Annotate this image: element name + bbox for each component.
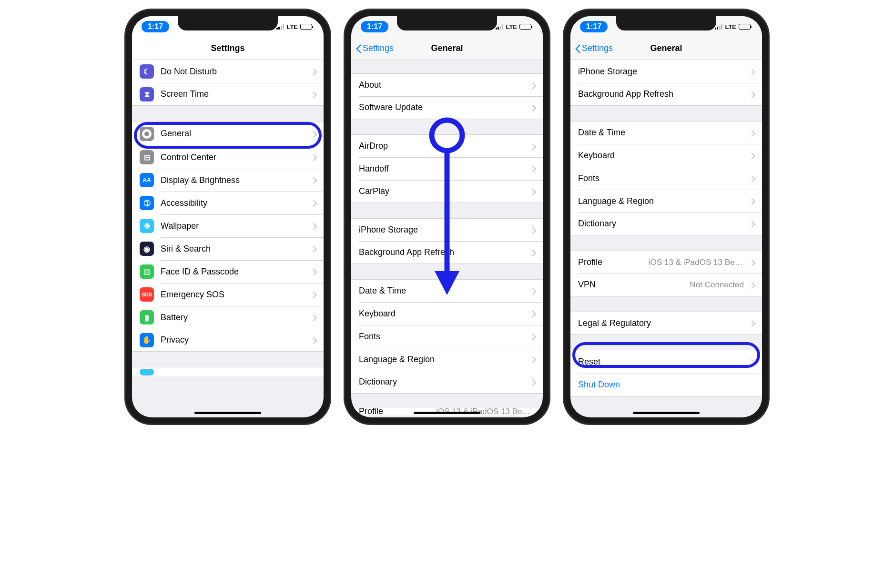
time-pill: 1:17 — [142, 21, 169, 32]
chevron-right-icon — [751, 221, 754, 227]
chevron-right-icon — [751, 152, 754, 159]
home-indicator[interactable] — [414, 412, 480, 414]
row-fonts[interactable]: Fonts — [351, 325, 543, 348]
row-profile[interactable]: ProfileiOS 13 & iPadOS 13 Beta Softwar..… — [570, 251, 762, 274]
sos-icon: SOS — [140, 287, 154, 302]
notch — [178, 16, 278, 30]
row-date-time[interactable]: Date & Time — [570, 121, 762, 144]
row-battery[interactable]: ▮ Battery — [132, 306, 324, 329]
row-privacy[interactable]: ✋ Privacy — [132, 329, 324, 352]
time-pill: 1:17 — [580, 21, 608, 32]
row-language-region[interactable]: Language & Region — [351, 348, 543, 371]
gear-icon — [140, 127, 154, 141]
battery-icon: ▮ — [140, 310, 154, 324]
battery-icon — [739, 24, 751, 30]
back-button[interactable]: Settings — [356, 43, 394, 53]
row-shut-down[interactable]: Shut Down — [570, 374, 762, 396]
chevron-right-icon — [531, 143, 535, 150]
chevron-right-icon — [312, 245, 316, 252]
chevron-right-icon — [531, 227, 535, 233]
chevron-right-icon — [312, 337, 316, 344]
row-control-center[interactable]: ⊟ Control Center — [132, 146, 324, 169]
notch — [397, 16, 497, 30]
carrier-label: LTE — [506, 23, 517, 30]
chevron-right-icon — [531, 104, 535, 111]
row-keyboard[interactable]: Keyboard — [351, 302, 543, 325]
row-profile-peek[interactable]: Profile iOS 13 & iPadOS 13 Beta Softwar.… — [351, 407, 543, 416]
chevron-right-icon — [531, 379, 535, 385]
chevron-right-icon — [531, 165, 535, 172]
row-partial[interactable] — [132, 367, 324, 376]
row-date-time[interactable]: Date & Time — [351, 279, 543, 302]
chevron-right-icon — [312, 68, 316, 75]
chevron-right-icon — [312, 268, 316, 275]
moon-icon: ☾ — [140, 64, 154, 79]
row-general[interactable]: General — [132, 121, 324, 146]
chevron-right-icon — [312, 177, 316, 183]
chevron-right-icon — [751, 282, 754, 288]
chevron-right-icon — [751, 68, 754, 75]
settings-list[interactable]: ☾ Do Not Disturb ⧗ Screen Time General — [132, 60, 324, 417]
general-list-scrolled[interactable]: iPhone Storage Background App Refresh Da… — [570, 60, 762, 417]
row-emergency-sos[interactable]: SOS Emergency SOS — [132, 283, 324, 306]
row-display-brightness[interactable]: AA Display & Brightness — [132, 169, 324, 192]
chevron-right-icon — [312, 131, 316, 137]
row-iphone-storage[interactable]: iPhone Storage — [570, 60, 762, 83]
row-software-update[interactable]: Software Update — [351, 96, 543, 119]
flower-icon: ❋ — [140, 219, 154, 233]
back-button[interactable]: Settings — [575, 43, 613, 53]
chevron-right-icon — [751, 259, 754, 266]
cell-signal-icon — [715, 24, 723, 30]
home-indicator[interactable] — [194, 412, 261, 414]
row-fonts[interactable]: Fonts — [570, 167, 762, 190]
row-wallpaper[interactable]: ❋ Wallpaper — [132, 214, 324, 237]
row-background-app-refresh[interactable]: Background App Refresh — [570, 83, 762, 106]
row-dictionary[interactable]: Dictionary — [351, 371, 543, 394]
row-about[interactable]: About — [351, 73, 543, 96]
chevron-right-icon — [531, 82, 535, 89]
row-language-region[interactable]: Language & Region — [570, 190, 762, 213]
text-size-icon: AA — [140, 173, 154, 187]
chevron-right-icon — [531, 249, 535, 256]
accessibility-icon: ➀ — [140, 196, 154, 210]
row-dnd[interactable]: ☾ Do Not Disturb — [132, 60, 324, 83]
chevron-right-icon — [531, 288, 535, 294]
chevron-right-icon — [312, 314, 316, 321]
row-reset[interactable]: Reset — [570, 350, 762, 374]
page-title: General — [431, 43, 463, 53]
row-faceid-passcode[interactable]: ⊡ Face ID & Passcode — [132, 260, 324, 283]
row-accessibility[interactable]: ➀ Accessibility — [132, 192, 324, 214]
chevron-right-icon — [751, 198, 754, 204]
chevron-right-icon — [312, 223, 316, 229]
nav-bar: Settings General — [570, 37, 762, 60]
nav-bar: Settings — [132, 37, 324, 60]
row-handoff[interactable]: Handoff — [351, 157, 543, 180]
row-legal-regulatory[interactable]: Legal & Regulatory — [570, 312, 762, 335]
battery-icon — [300, 24, 312, 30]
row-carplay[interactable]: CarPlay — [351, 180, 543, 203]
page-title: Settings — [211, 43, 244, 53]
row-dictionary[interactable]: Dictionary — [570, 213, 762, 235]
row-background-app-refresh[interactable]: Background App Refresh — [351, 241, 543, 264]
chevron-right-icon — [312, 154, 316, 161]
general-list[interactable]: About Software Update AirDrop Handoff Ca… — [351, 60, 543, 417]
chevron-left-icon — [356, 44, 362, 53]
row-screen-time[interactable]: ⧗ Screen Time — [132, 83, 324, 106]
unknown-icon — [140, 369, 154, 375]
row-siri-search[interactable]: ◉ Siri & Search — [132, 237, 324, 260]
cell-signal-icon — [496, 24, 504, 30]
row-vpn[interactable]: VPNNot Connected — [570, 274, 762, 296]
home-indicator[interactable] — [633, 412, 700, 414]
row-iphone-storage[interactable]: iPhone Storage — [351, 218, 543, 241]
chevron-right-icon — [531, 333, 535, 340]
row-airdrop[interactable]: AirDrop — [351, 134, 543, 157]
carrier-label: LTE — [725, 23, 736, 30]
hourglass-icon: ⧗ — [140, 87, 154, 101]
chevron-left-icon — [575, 44, 581, 53]
battery-icon — [519, 24, 531, 30]
chevron-right-icon — [751, 175, 754, 182]
chevron-right-icon — [751, 359, 754, 365]
siri-icon: ◉ — [140, 242, 154, 256]
row-keyboard[interactable]: Keyboard — [570, 144, 762, 167]
cell-signal-icon — [276, 24, 284, 30]
